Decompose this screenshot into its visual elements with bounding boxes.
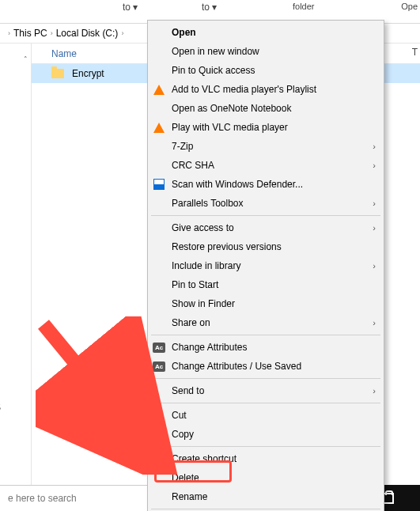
menu-cut[interactable]: Cut bbox=[148, 406, 384, 425]
ribbon-newfolder[interactable]: folder bbox=[293, 2, 315, 11]
menu-change-attributes[interactable]: AcChange Attributes bbox=[148, 338, 384, 357]
vlc-icon bbox=[153, 85, 165, 95]
folder-icon bbox=[51, 69, 64, 78]
menu-separator bbox=[151, 215, 380, 216]
menu-change-attributes-saved[interactable]: AcChange Attributes / Use Saved bbox=[148, 357, 384, 376]
breadcrumb-thispc[interactable]: This PC bbox=[13, 28, 47, 39]
menu-restore-versions[interactable]: Restore previous versions bbox=[148, 237, 384, 256]
column-header-name[interactable]: Name bbox=[51, 48, 77, 59]
submenu-arrow-icon: › bbox=[373, 261, 376, 271]
menu-rename[interactable]: Rename bbox=[148, 487, 384, 506]
menu-open[interactable]: Open bbox=[148, 23, 384, 42]
annotation-highlight bbox=[154, 460, 232, 483]
chevron-right-icon: › bbox=[121, 29, 123, 37]
ribbon-moveto[interactable]: to ▾ bbox=[123, 2, 138, 13]
submenu-arrow-icon: › bbox=[373, 318, 376, 327]
menu-7zip[interactable]: 7-Zip› bbox=[148, 137, 384, 156]
menu-open-new-window[interactable]: Open in new window bbox=[148, 42, 384, 61]
menu-include-library[interactable]: Include in library› bbox=[148, 256, 384, 275]
submenu-arrow-icon: › bbox=[373, 161, 376, 170]
attribute-changer-icon: Ac bbox=[153, 343, 165, 353]
chevron-right-icon: › bbox=[8, 29, 10, 37]
submenu-arrow-icon: › bbox=[373, 199, 376, 208]
submenu-arrow-icon: › bbox=[373, 142, 376, 151]
menu-onenote[interactable]: Open as OneNote Notebook bbox=[148, 99, 384, 118]
menu-send-to[interactable]: Send to› bbox=[148, 381, 384, 400]
menu-defender[interactable]: Scan with Windows Defender... bbox=[148, 175, 384, 194]
file-label: Encrypt bbox=[72, 68, 104, 79]
submenu-arrow-icon: › bbox=[373, 223, 376, 233]
ribbon-open-group: Ope bbox=[401, 2, 418, 11]
menu-parallels[interactable]: Parallels Toolbox› bbox=[148, 194, 384, 213]
menu-separator bbox=[151, 378, 380, 379]
submenu-arrow-icon: › bbox=[373, 386, 376, 396]
menu-pin-start[interactable]: Pin to Start bbox=[148, 275, 384, 294]
menu-vlc-play[interactable]: Play with VLC media player bbox=[148, 118, 384, 137]
ribbon-copyto[interactable]: to ▾ bbox=[202, 2, 217, 13]
chevron-right-icon: › bbox=[51, 29, 53, 37]
vlc-icon bbox=[153, 123, 165, 133]
context-menu: Open Open in new window Pin to Quick acc… bbox=[147, 20, 384, 511]
menu-show-finder[interactable]: Show in Finder bbox=[148, 294, 384, 313]
defender-icon bbox=[153, 179, 165, 190]
menu-pin-quick-access[interactable]: Pin to Quick access bbox=[148, 61, 384, 80]
menu-copy[interactable]: Copy bbox=[148, 425, 384, 444]
menu-separator bbox=[151, 335, 380, 335]
nav-pane[interactable]: ˄ 0 gam ud Fil C:) WS.~B /S.~WS np selec… bbox=[0, 44, 32, 486]
menu-separator bbox=[151, 403, 380, 403]
scroll-up-icon[interactable]: ˄ bbox=[24, 55, 28, 63]
menu-separator bbox=[151, 509, 380, 509]
menu-give-access[interactable]: Give access to› bbox=[148, 218, 384, 237]
attribute-changer-icon: Ac bbox=[153, 361, 165, 372]
nav-item[interactable]: /S.~WS bbox=[0, 402, 1, 413]
breadcrumb-localdisk[interactable]: Local Disk (C:) bbox=[56, 28, 119, 39]
menu-share-on[interactable]: Share on› bbox=[148, 313, 384, 332]
menu-vlc-add[interactable]: Add to VLC media player's Playlist bbox=[148, 80, 384, 99]
menu-crc-sha[interactable]: CRC SHA› bbox=[148, 156, 384, 175]
column-header-type[interactable]: T bbox=[412, 47, 418, 58]
menu-separator bbox=[151, 446, 380, 447]
